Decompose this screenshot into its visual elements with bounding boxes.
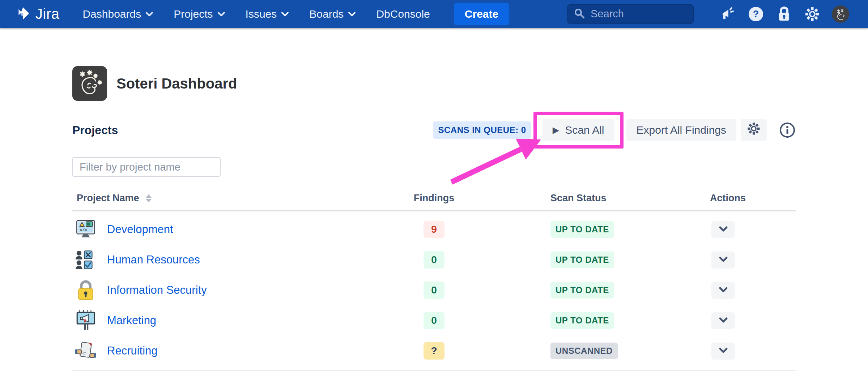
- project-link[interactable]: Marketing: [107, 314, 156, 327]
- info-icon[interactable]: [779, 122, 796, 138]
- avatar[interactable]: [829, 3, 852, 26]
- projects-table: Project Name Findings Scan Status Action…: [72, 193, 796, 371]
- project-link[interactable]: Recruiting: [107, 344, 158, 357]
- search-icon: [574, 8, 585, 20]
- gear-icon[interactable]: [801, 3, 824, 26]
- nav-dashboards-label: Dashboards: [82, 8, 141, 20]
- row-actions-dropdown-button[interactable]: [711, 282, 735, 299]
- top-navigation-bar: Jira Dashboards Projects Issues Boards: [0, 0, 868, 28]
- annotation-highlight-box: ▶ Scan All: [533, 112, 624, 149]
- chevron-down-icon: [217, 11, 225, 17]
- chevron-down-icon: [719, 347, 728, 355]
- human-resources-project-icon: [75, 249, 97, 271]
- nav-boards[interactable]: Boards: [309, 8, 356, 20]
- search-box[interactable]: [567, 4, 694, 24]
- toolbar: SCANS IN QUEUE: 0 ▶ Scan All Export All …: [433, 112, 796, 149]
- projects-heading: Projects: [72, 124, 118, 137]
- scan-status-badge: UP TO DATE: [550, 252, 614, 268]
- nav-projects-label: Projects: [174, 8, 213, 20]
- search-input[interactable]: [591, 8, 677, 20]
- main-content: Soteri Dashboard Projects SCANS IN QUEUE…: [0, 66, 868, 371]
- row-actions-dropdown-button[interactable]: [711, 343, 735, 360]
- scan-status-badge: UP TO DATE: [550, 282, 614, 298]
- column-header-actions: Actions: [709, 193, 796, 204]
- help-icon[interactable]: ?: [744, 3, 767, 26]
- chevron-down-icon: [719, 287, 728, 294]
- play-icon: ▶: [553, 125, 559, 135]
- development-project-icon: </>: [75, 218, 97, 241]
- chevron-down-icon: [719, 317, 728, 324]
- soteri-logo-icon: [72, 66, 107, 101]
- jira-logo-icon: [16, 6, 31, 22]
- nav-projects[interactable]: Projects: [174, 8, 225, 20]
- export-all-findings-button[interactable]: Export All Findings: [626, 119, 736, 141]
- table-row-information-security: Information Security 0 UP TO DATE: [72, 275, 796, 305]
- jira-logo[interactable]: Jira: [16, 6, 59, 22]
- column-header-project-name[interactable]: Project Name: [72, 193, 398, 204]
- page-title: Soteri Dashboard: [116, 76, 237, 92]
- chevron-down-icon: [719, 226, 728, 233]
- page: Jira Dashboards Projects Issues Boards: [0, 0, 868, 391]
- nav-dbconsole-label: DbConsole: [376, 8, 430, 20]
- svg-text:?: ?: [753, 9, 759, 20]
- table-header-row: Project Name Findings Scan Status Action…: [72, 193, 796, 211]
- nav-issues[interactable]: Issues: [246, 8, 289, 20]
- project-name-header-label: Project Name: [77, 193, 139, 204]
- information-security-project-icon: [75, 279, 97, 301]
- scan-all-button[interactable]: ▶ Scan All: [542, 119, 614, 141]
- lock-icon[interactable]: [773, 3, 796, 26]
- table-row-recruiting: Recruiting ? UNSCANNED: [72, 336, 796, 366]
- chevron-down-icon: [145, 11, 153, 17]
- nav-dbconsole[interactable]: DbConsole: [376, 8, 430, 20]
- project-link[interactable]: Development: [107, 223, 173, 236]
- brand-name: Jira: [35, 6, 59, 22]
- table-row-development: </> Development 9 UP TO DATE: [72, 214, 796, 245]
- dashboard-header: Soteri Dashboard: [72, 66, 796, 101]
- chevron-down-icon: [281, 11, 289, 17]
- scans-in-queue-badge: SCANS IN QUEUE: 0: [433, 121, 531, 139]
- findings-badge: 0: [424, 251, 444, 268]
- column-header-findings: Findings: [398, 193, 470, 204]
- findings-badge: 0: [424, 282, 444, 299]
- row-actions-dropdown-button[interactable]: [711, 252, 735, 268]
- sort-icon: [146, 194, 152, 202]
- findings-badge: 9: [424, 221, 444, 238]
- findings-badge: ?: [424, 342, 444, 360]
- nav-dashboards[interactable]: Dashboards: [82, 8, 153, 20]
- column-header-scan-status: Scan Status: [470, 193, 709, 204]
- table-row-human-resources: Human Resources 0 UP TO DATE: [72, 245, 796, 275]
- project-filter-input[interactable]: [72, 157, 221, 177]
- scan-status-badge: UP TO DATE: [550, 221, 614, 238]
- gear-icon: [746, 121, 761, 139]
- table-body: </> Development 9 UP TO DATE: [72, 211, 796, 371]
- recruiting-project-icon: [75, 340, 97, 362]
- create-button[interactable]: Create: [454, 3, 509, 25]
- nav-boards-label: Boards: [309, 8, 344, 20]
- row-actions-dropdown-button[interactable]: [711, 221, 735, 238]
- scan-all-label: Scan All: [565, 124, 604, 136]
- findings-badge: 0: [424, 312, 444, 329]
- settings-button[interactable]: [741, 119, 767, 141]
- megaphone-icon[interactable]: [716, 3, 739, 26]
- scan-status-badge: UP TO DATE: [550, 312, 614, 329]
- scan-status-badge: UNSCANNED: [550, 343, 618, 359]
- marketing-project-icon: [75, 309, 97, 332]
- projects-controls-row: Projects SCANS IN QUEUE: 0 ▶ Scan All Ex…: [72, 110, 796, 150]
- row-actions-dropdown-button[interactable]: [711, 312, 735, 329]
- project-link[interactable]: Information Security: [107, 284, 207, 297]
- chevron-down-icon: [348, 11, 356, 17]
- table-row-marketing: Marketing 0 UP TO DATE: [72, 305, 796, 336]
- chevron-down-icon: [719, 256, 728, 263]
- nav-issues-label: Issues: [246, 8, 277, 20]
- svg-text:</>: </>: [80, 228, 87, 232]
- project-link[interactable]: Human Resources: [107, 253, 200, 266]
